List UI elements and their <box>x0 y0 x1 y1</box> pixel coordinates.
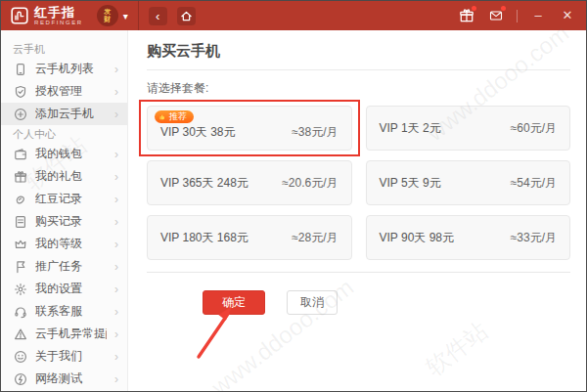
plan-card-vip-1d[interactable]: VIP 1天 2元 ≈60元/月 <box>366 106 571 151</box>
redfinger-logo-icon <box>11 7 28 24</box>
home-icon <box>180 10 193 22</box>
gear-icon <box>14 283 27 296</box>
chevron-right-icon: › <box>114 170 118 184</box>
sidebar-item-redbean-records[interactable]: 红豆记录 › <box>1 188 127 210</box>
dialog-actions: 确定 取消 <box>203 290 570 315</box>
plan-card-vip-180d[interactable]: VIP 180天 168元 ≈28元/月 <box>147 215 352 260</box>
plan-name: VIP 90天 98元 <box>380 230 455 246</box>
warning-triangle-icon <box>14 327 27 341</box>
plan-monthly-price: ≈60元/月 <box>511 120 557 137</box>
mail-icon <box>488 9 504 22</box>
thumbs-up-icon <box>158 113 166 121</box>
chevron-right-icon: › <box>114 108 118 121</box>
home-button[interactable] <box>177 7 196 25</box>
shield-check-icon <box>14 85 27 99</box>
notification-dot <box>501 6 506 11</box>
plan-name: VIP 1天 2元 <box>380 120 441 137</box>
flag-icon <box>14 260 27 274</box>
sidebar-section-cloud: 云手机 <box>1 40 127 58</box>
sidebar-item-my-wallet[interactable]: 我的钱包 › <box>1 143 127 165</box>
back-button[interactable]: ‹ <box>149 7 167 25</box>
sidebar-item-about-us[interactable]: 关于我们 › <box>1 345 127 368</box>
sidebar-item-label: 我的钱包 <box>35 146 107 162</box>
sidebar-item-label: 我的等级 <box>35 236 107 252</box>
sidebar-item-label: 添加云手机 <box>35 106 107 122</box>
user-avatar[interactable]: 发财 <box>97 5 118 26</box>
chevron-right-icon: › <box>114 283 118 296</box>
sidebar-item-auth-management[interactable]: 授权管理 › <box>1 80 127 103</box>
recommended-badge: 推荐 <box>155 110 194 123</box>
sidebar-item-label: 我的设置 <box>35 281 107 297</box>
page-title: 购买云手机 <box>147 42 570 70</box>
messages-button[interactable] <box>487 8 505 23</box>
app-window: 红手指 REDFINGER 发财 ▾ ‹ <box>0 0 587 392</box>
sidebar-item-promotion-tasks[interactable]: 推广任务 › <box>1 255 127 278</box>
brand-subtitle: REDFINGER <box>34 20 83 25</box>
badge-label: 推荐 <box>169 112 187 121</box>
sidebar-section-personal: 个人中心 <box>1 125 127 143</box>
bean-icon <box>14 193 27 206</box>
sidebar-item-label: 关于我们 <box>35 348 107 365</box>
sidebar-item-cloud-phone-list[interactable]: 云手机列表 › <box>1 58 127 80</box>
sidebar-item-label: 网络测试 <box>35 370 107 387</box>
gift-icon <box>14 170 27 184</box>
section-divider <box>147 272 570 273</box>
sidebar-item-label: 授权管理 <box>35 83 107 100</box>
sidebar-item-my-gifts[interactable]: 我的礼包 › <box>1 165 127 188</box>
avatar-text: 发财 <box>103 8 112 23</box>
sidebar-item-label: 红豆记录 <box>35 191 107 207</box>
select-package-label: 请选择套餐: <box>147 80 570 97</box>
sidebar-item-purchase-records[interactable]: 购买记录 › <box>1 210 127 233</box>
smiley-icon <box>14 350 27 364</box>
plan-card-vip-5d[interactable]: VIP 5天 9元 ≈54元/月 <box>366 160 571 205</box>
chevron-right-icon: › <box>114 372 118 386</box>
plan-monthly-price: ≈38元/月 <box>292 124 338 141</box>
close-button[interactable]: ✕ <box>559 1 576 30</box>
sidebar-item-contact-support[interactable]: 联系客服 › <box>1 300 127 323</box>
chevron-right-icon: › <box>114 327 118 341</box>
plan-monthly-price: ≈54元/月 <box>511 175 557 192</box>
minimize-button[interactable]: – <box>529 1 547 30</box>
plan-grid: 推荐 VIP 30天 38元 ≈38元/月 VIP 1天 2元 ≈60元/月 V… <box>147 106 570 260</box>
document-icon <box>14 215 27 229</box>
sidebar-item-my-settings[interactable]: 我的设置 › <box>1 278 127 300</box>
headset-icon <box>14 305 27 319</box>
sidebar: 云手机 云手机列表 › 授权管理 › 添加云手机 › 个人中心 我的钱包 › 我… <box>1 30 128 391</box>
sidebar-item-phone-abnormal-alert[interactable]: 云手机异常提醒 › <box>1 323 127 345</box>
main-panel: 购买云手机 请选择套餐: 推荐 VIP 30天 38元 ≈38元/月 VIP 1… <box>129 30 586 391</box>
plan-card-vip-365d[interactable]: VIP 365天 248元 ≈20.6元/月 <box>147 160 352 205</box>
sidebar-item-add-cloud-phone[interactable]: 添加云手机 › <box>1 103 127 125</box>
crown-icon <box>14 238 27 251</box>
chevron-right-icon: › <box>114 148 118 161</box>
sidebar-item-label: 云手机异常提醒 <box>35 326 107 342</box>
account-dropdown-caret-icon[interactable]: ▾ <box>123 11 128 22</box>
sidebar-item-label: 我的礼包 <box>35 168 107 185</box>
plan-name: VIP 365天 248元 <box>160 175 248 192</box>
topbar-divider <box>138 1 139 30</box>
confirm-button[interactable]: 确定 <box>203 290 265 315</box>
plus-circle-icon <box>14 108 27 121</box>
gift-center-button[interactable] <box>458 8 475 23</box>
chevron-right-icon: › <box>114 63 118 76</box>
sidebar-item-my-level[interactable]: 我的等级 › <box>1 233 127 255</box>
chevron-right-icon: › <box>114 85 118 99</box>
chevron-right-icon: › <box>114 350 118 364</box>
plan-monthly-price: ≈28元/月 <box>292 230 338 246</box>
phone-icon <box>14 63 27 76</box>
plan-card-vip-90d[interactable]: VIP 90天 98元 ≈33元/月 <box>366 215 571 260</box>
cancel-button[interactable]: 取消 <box>287 290 338 315</box>
sidebar-item-network-test[interactable]: 网络测试 › <box>1 368 127 390</box>
title-bar: 红手指 REDFINGER 发财 ▾ ‹ <box>1 1 586 30</box>
plan-name: VIP 180天 168元 <box>160 230 248 246</box>
chevron-right-icon: › <box>114 215 118 229</box>
plan-monthly-price: ≈33元/月 <box>511 230 557 246</box>
window-controls-divider <box>517 10 518 22</box>
plan-card-vip-30d[interactable]: 推荐 VIP 30天 38元 ≈38元/月 <box>147 106 352 151</box>
wallet-icon <box>14 148 27 161</box>
sidebar-item-label: 推广任务 <box>35 258 107 275</box>
brand-name: 红手指 <box>34 6 83 19</box>
chevron-right-icon: › <box>114 193 118 206</box>
sidebar-item-label: 购买记录 <box>35 213 107 230</box>
chevron-right-icon: › <box>114 238 118 251</box>
sidebar-item-label: 云手机列表 <box>35 61 107 77</box>
